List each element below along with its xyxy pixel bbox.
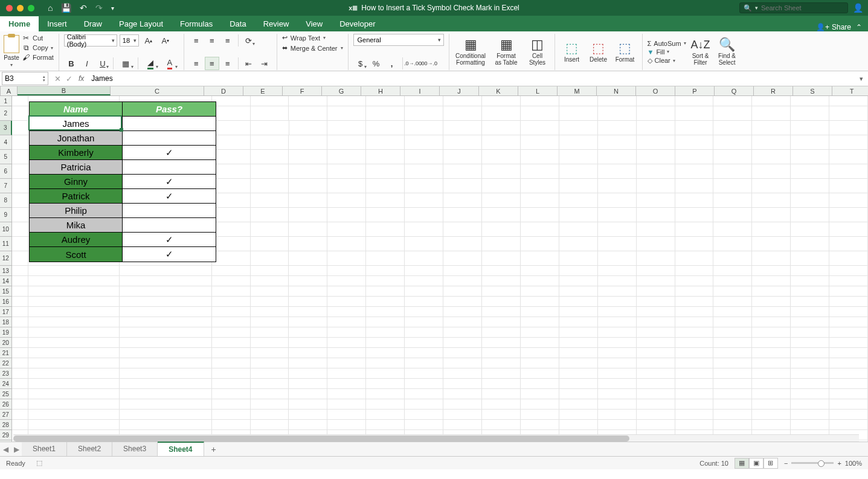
- decrease-indent-button[interactable]: ⇤: [242, 57, 256, 70]
- close-window-button[interactable]: [6, 5, 13, 11]
- cell-J11[interactable]: [443, 237, 482, 251]
- cell-Q5[interactable]: [713, 150, 752, 164]
- column-header-R[interactable]: R: [754, 86, 793, 95]
- cell-A1[interactable]: [12, 96, 29, 106]
- cell-F22[interactable]: [289, 358, 327, 368]
- cell-Q15[interactable]: [713, 286, 752, 297]
- cell-I15[interactable]: [405, 286, 443, 297]
- cell-E17[interactable]: [251, 307, 289, 317]
- cell-R16[interactable]: [752, 297, 791, 307]
- cell-H21[interactable]: [366, 348, 405, 358]
- cell-H9[interactable]: [366, 208, 405, 222]
- column-header-T[interactable]: T: [832, 86, 868, 95]
- cell-E11[interactable]: [251, 237, 289, 251]
- cell-Q21[interactable]: [713, 348, 752, 358]
- cell-C14[interactable]: [120, 276, 211, 286]
- cell-T21[interactable]: [829, 348, 868, 358]
- cell-G7[interactable]: [327, 179, 366, 193]
- cell-K4[interactable]: [482, 135, 521, 150]
- format-cells-button[interactable]: ⬚Format: [613, 42, 637, 63]
- orientation-button[interactable]: ⟳: [242, 34, 256, 47]
- cell-R3[interactable]: [752, 121, 791, 135]
- cell-Q24[interactable]: [713, 379, 752, 389]
- sheet-tab-sheet3[interactable]: Sheet3: [112, 442, 158, 456]
- cell-K7[interactable]: [482, 179, 521, 193]
- zoom-percent[interactable]: 100%: [845, 460, 862, 467]
- cell-B19[interactable]: [28, 327, 120, 338]
- table-cell-pass[interactable]: ✓: [123, 189, 216, 204]
- column-header-B[interactable]: B: [18, 86, 111, 95]
- cell-D23[interactable]: [212, 368, 251, 379]
- cell-G8[interactable]: [327, 193, 366, 208]
- cell-P22[interactable]: [675, 358, 714, 368]
- cell-E12[interactable]: [251, 251, 289, 266]
- cell-P24[interactable]: [675, 379, 714, 389]
- redo-icon[interactable]: ↷: [95, 3, 103, 13]
- cell-R15[interactable]: [752, 286, 791, 297]
- cell-B25[interactable]: [28, 389, 120, 399]
- cell-G5[interactable]: [327, 150, 366, 164]
- cell-D25[interactable]: [212, 389, 251, 399]
- table-cell-pass[interactable]: ✓: [123, 233, 216, 247]
- tab-formulas[interactable]: Formulas: [172, 16, 221, 31]
- cell-G27[interactable]: [327, 410, 366, 420]
- cell-K23[interactable]: [482, 368, 521, 379]
- sort-filter-button[interactable]: A↓ZSort & Filter: [689, 38, 713, 66]
- cell-S10[interactable]: [791, 222, 829, 237]
- cell-O11[interactable]: [637, 237, 675, 251]
- row-header-16[interactable]: 16: [0, 297, 12, 307]
- namebox-spinner[interactable]: ▴▾: [43, 75, 45, 82]
- table-cell-name[interactable]: Patrick: [30, 189, 123, 204]
- cell-P4[interactable]: [675, 135, 714, 150]
- decrease-font-button[interactable]: A▾: [158, 34, 173, 47]
- cell-I28[interactable]: [405, 420, 443, 430]
- cell-K28[interactable]: [482, 420, 521, 430]
- cell-L25[interactable]: [521, 389, 559, 399]
- sheet-tab-sheet4[interactable]: Sheet4: [158, 442, 204, 456]
- row-header-25[interactable]: 25: [0, 389, 12, 399]
- cell-M12[interactable]: [559, 251, 598, 266]
- cell-H27[interactable]: [366, 410, 405, 420]
- cell-H11[interactable]: [366, 237, 405, 251]
- row-header-22[interactable]: 22: [0, 358, 12, 368]
- cell-T9[interactable]: [829, 208, 868, 222]
- cell-E4[interactable]: [251, 135, 289, 150]
- cell-C24[interactable]: [120, 379, 211, 389]
- cell-E28[interactable]: [251, 420, 289, 430]
- cell-H1[interactable]: [366, 96, 405, 106]
- decrease-decimal-button[interactable]: .00→.0: [422, 57, 436, 70]
- column-header-L[interactable]: L: [518, 86, 558, 95]
- cell-A11[interactable]: [12, 237, 29, 251]
- cell-N10[interactable]: [598, 222, 637, 237]
- cell-H16[interactable]: [366, 297, 405, 307]
- cell-D21[interactable]: [212, 348, 251, 358]
- underline-button[interactable]: U: [95, 57, 110, 70]
- fill-color-button[interactable]: ◢: [141, 57, 159, 70]
- cell-I23[interactable]: [405, 368, 443, 379]
- cell-M26[interactable]: [559, 399, 598, 410]
- cell-Q10[interactable]: [713, 222, 752, 237]
- cell-P10[interactable]: [675, 222, 714, 237]
- cell-P25[interactable]: [675, 389, 714, 399]
- tab-developer[interactable]: Developer: [331, 16, 384, 31]
- cell-N12[interactable]: [598, 251, 637, 266]
- cell-N13[interactable]: [598, 266, 637, 276]
- cell-A28[interactable]: [12, 420, 29, 430]
- cell-S21[interactable]: [791, 348, 829, 358]
- cell-E8[interactable]: [251, 193, 289, 208]
- cell-T1[interactable]: [829, 96, 868, 106]
- table-cell-pass[interactable]: ✓: [123, 146, 216, 160]
- row-header-30[interactable]: 30: [0, 440, 12, 442]
- cell-D20[interactable]: [212, 338, 251, 348]
- cell-E22[interactable]: [251, 358, 289, 368]
- cell-Q4[interactable]: [713, 135, 752, 150]
- row-header-15[interactable]: 15: [0, 286, 12, 297]
- cell-G22[interactable]: [327, 358, 366, 368]
- cell-styles-button[interactable]: ◫Cell Styles: [526, 38, 550, 66]
- cell-E25[interactable]: [251, 389, 289, 399]
- sheet-nav-prev[interactable]: ◀: [0, 445, 11, 454]
- cell-J18[interactable]: [443, 317, 482, 327]
- tab-home[interactable]: Home: [0, 16, 39, 31]
- cell-P23[interactable]: [675, 368, 714, 379]
- cell-E19[interactable]: [251, 327, 289, 338]
